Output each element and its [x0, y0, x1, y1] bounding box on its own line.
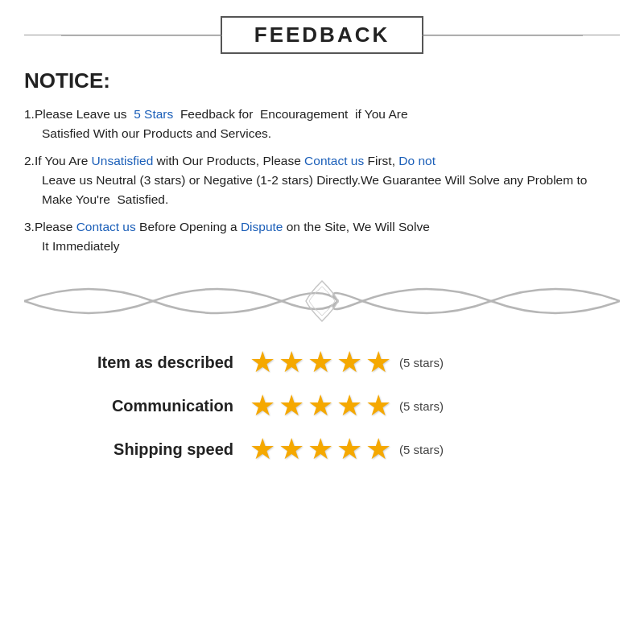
notice-2-donot: Do not	[398, 154, 436, 167]
rating-row-shipping: Shipping speed ★ ★ ★ ★ ★ (5 stars)	[40, 435, 604, 464]
star-1: ★	[250, 348, 275, 377]
star-c3: ★	[308, 391, 333, 420]
notice-2-contact: Contact us	[304, 154, 364, 167]
star-c1: ★	[250, 391, 275, 420]
page-container: FEEDBACK NOTICE: 1.Please Leave us 5 Sta…	[0, 0, 644, 644]
notice-2-text: 2.If You Are Unsatisfied with Our Produc…	[24, 154, 620, 209]
star-count-communication: (5 stars)	[399, 399, 444, 413]
stars-communication: ★ ★ ★ ★ ★ (5 stars)	[250, 391, 444, 420]
feedback-title: FEEDBACK	[254, 23, 390, 47]
star-s1: ★	[250, 435, 275, 464]
notice-item-3: 3.Please Contact us Before Opening a Dis…	[24, 217, 620, 256]
notice-list: 1.Please Leave us 5 Stars Feedback for E…	[24, 105, 620, 256]
notice-item-2: 2.If You Are Unsatisfied with Our Produc…	[24, 151, 620, 209]
star-s2: ★	[279, 435, 304, 464]
feedback-title-box: FEEDBACK	[221, 16, 423, 54]
rating-row-item: Item as described ★ ★ ★ ★ ★ (5 stars)	[40, 348, 604, 377]
star-s4: ★	[336, 435, 362, 464]
stars-shipping: ★ ★ ★ ★ ★ (5 stars)	[250, 435, 444, 464]
feedback-header: FEEDBACK	[24, 16, 620, 54]
star-s5: ★	[365, 435, 391, 464]
notice-item-1: 1.Please Leave us 5 Stars Feedback for E…	[24, 105, 620, 143]
star-4: ★	[336, 348, 362, 377]
notice-3-indent: It Immediately	[24, 237, 620, 256]
notice-3-text: 3.Please Contact us Before Opening a Dis…	[24, 220, 620, 256]
star-count-shipping: (5 stars)	[399, 443, 444, 456]
notice-1-stars: 5 Stars	[134, 107, 173, 121]
notice-3-contact: Contact us	[76, 220, 136, 233]
star-2: ★	[279, 348, 304, 377]
decorative-divider	[24, 269, 620, 333]
star-c2: ★	[279, 391, 304, 420]
notice-2-indent: Leave us Neutral (3 stars) or Negative (…	[24, 171, 620, 209]
star-3: ★	[308, 348, 333, 377]
star-c4: ★	[336, 391, 362, 420]
star-c5: ★	[365, 391, 391, 420]
stars-item: ★ ★ ★ ★ ★ (5 stars)	[250, 348, 444, 377]
notice-2-unsatisfied: Unsatisfied	[92, 154, 154, 167]
star-s3: ★	[308, 435, 333, 464]
ratings-section: Item as described ★ ★ ★ ★ ★ (5 stars) Co…	[24, 348, 620, 464]
star-5: ★	[365, 348, 391, 377]
rating-label-shipping: Shipping speed	[40, 440, 250, 459]
notice-3-dispute: Dispute	[241, 220, 283, 233]
rating-label-communication: Communication	[40, 397, 250, 415]
notice-1-indent: Satisfied With our Products and Services…	[24, 124, 620, 143]
notice-heading: NOTICE:	[24, 68, 620, 93]
rating-row-communication: Communication ★ ★ ★ ★ ★ (5 stars)	[40, 391, 604, 420]
notice-1-text: 1.Please Leave us 5 Stars Feedback for E…	[24, 107, 620, 143]
rating-label-item: Item as described	[40, 353, 250, 372]
star-count-item: (5 stars)	[399, 356, 444, 369]
